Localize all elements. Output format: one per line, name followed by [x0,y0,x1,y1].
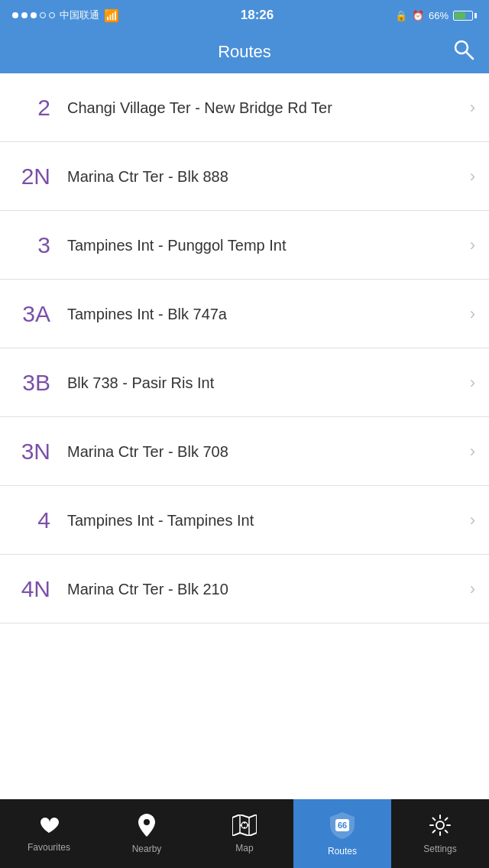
route-description: Blk 738 - Pasir Ris Int [67,373,462,393]
route-description: Tampines Int - Tampines Int [67,510,462,530]
chevron-right-icon: › [470,98,475,118]
route-number: 4 [14,507,67,533]
dot-3 [31,12,37,18]
svg-text:66: 66 [338,821,347,830]
battery-percent: 66% [429,10,449,21]
route-number: 3 [14,232,67,258]
table-row[interactable]: 3N Marina Ctr Ter - Blk 708 › [0,417,489,486]
tab-routes-label: Routes [328,846,357,857]
svg-point-13 [436,821,444,829]
svg-line-18 [433,818,436,820]
tab-routes[interactable]: 66 Routes [293,799,391,868]
status-bar: 中国联通 📶 18:26 🔒 ⏰ 66% [0,0,489,31]
chevron-right-icon: › [470,304,475,324]
dot-4 [40,12,46,18]
svg-line-1 [466,52,473,59]
table-row[interactable]: 2 Changi Village Ter - New Bridge Rd Ter… [0,73,489,142]
tab-nearby[interactable]: Nearby [98,799,196,868]
svg-line-20 [445,818,448,820]
tab-settings-label: Settings [423,844,456,854]
route-number: 3B [14,370,67,396]
tab-nearby-label: Nearby [132,844,162,854]
chevron-right-icon: › [470,442,475,462]
route-description: Marina Ctr Ter - Blk 708 [67,442,462,462]
search-button[interactable] [452,38,475,66]
route-description: Tampines Int - Blk 747a [67,304,462,324]
svg-line-21 [433,830,436,832]
wifi-icon: 📶 [104,8,119,23]
svg-line-19 [445,830,448,832]
battery-icon [453,11,477,21]
alarm-icon: ⏰ [412,10,424,21]
table-row[interactable]: 4N Marina Ctr Ter - Blk 210 › [0,555,489,623]
route-description: Marina Ctr Ter - Blk 888 [67,167,462,186]
routes-shield-icon: 66 [329,811,355,842]
tab-favourites-label: Favourites [28,842,70,853]
signal-dots [12,12,55,18]
table-row[interactable]: 3A Tampines Int - Blk 747a › [0,280,489,348]
dot-2 [21,12,28,18]
route-number: 3A [14,301,67,327]
chevron-right-icon: › [470,510,475,530]
status-time: 18:26 [241,8,274,23]
gear-icon [429,814,452,840]
tab-bar: Favourites Nearby Map [0,799,489,868]
tab-settings[interactable]: Settings [391,799,489,868]
route-number: 3N [14,439,67,465]
tab-favourites[interactable]: Favourites [0,799,98,868]
chevron-right-icon: › [470,235,475,255]
table-row[interactable]: 2N Marina Ctr Ter - Blk 888 › [0,142,489,211]
table-row[interactable]: 4 Tampines Int - Tampines Int › [0,486,489,555]
route-number: 4N [14,576,67,602]
route-description: Changi Village Ter - New Bridge Rd Ter [67,98,462,118]
dot-1 [12,12,18,18]
chevron-right-icon: › [470,167,475,186]
carrier-text: 中国联通 [60,8,99,22]
route-list: 2 Changi Village Ter - New Bridge Rd Ter… [0,73,489,799]
status-right: 🔒 ⏰ 66% [395,10,477,21]
route-description: Marina Ctr Ter - Blk 210 [67,579,462,599]
chevron-right-icon: › [470,373,475,393]
table-row[interactable]: 3B Blk 738 - Pasir Ris Int › [0,348,489,417]
route-number: 2 [14,95,67,121]
route-description: Tampines Int - Punggol Temp Int [67,235,462,255]
tab-map[interactable]: Map [196,799,293,868]
lock-icon: 🔒 [395,10,407,21]
route-number: 2N [14,164,67,189]
tab-map-label: Map [235,843,253,853]
location-pin-icon [138,814,155,840]
dot-5 [49,12,55,18]
map-icon [232,815,257,839]
status-left: 中国联通 📶 [12,8,119,23]
svg-marker-3 [232,815,257,836]
heart-icon [38,815,60,838]
app-header: Routes [0,31,489,73]
svg-point-2 [144,819,150,825]
chevron-right-icon: › [470,579,475,599]
table-row[interactable]: 3 Tampines Int - Punggol Temp Int › [0,211,489,280]
page-title: Routes [218,42,271,62]
